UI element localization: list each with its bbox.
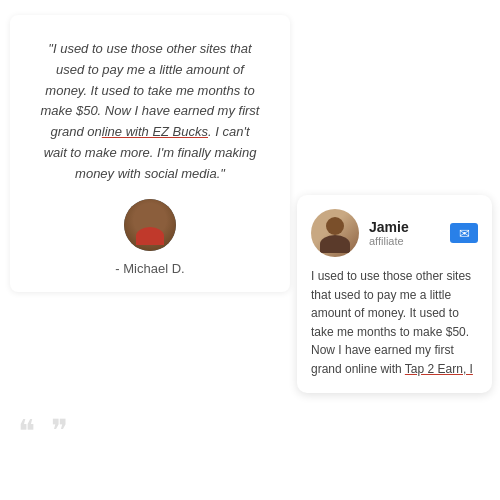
chat-user-info: Jamie affiliate (369, 219, 440, 247)
chat-tap2earn-link[interactable]: Tap 2 Earn, I (405, 362, 473, 376)
mail-icon[interactable] (450, 223, 478, 243)
testimonial-card: "I used to use those other sites that us… (10, 15, 290, 292)
chat-avatar (311, 209, 359, 257)
chat-card: Jamie affiliate I used to use those othe… (297, 195, 492, 393)
chat-username: Jamie (369, 219, 440, 235)
main-container: "I used to use those other sites that us… (0, 0, 500, 500)
chat-message: I used to use those other sites that use… (311, 267, 478, 379)
chat-message-start: I used to use those other sites that use… (311, 269, 471, 376)
testimonial-link: line with EZ Bucks (102, 124, 208, 139)
deco-quotes: ❝ ❞ (18, 412, 72, 450)
chat-role: affiliate (369, 235, 440, 247)
avatar (124, 199, 176, 251)
testimonial-text: "I used to use those other sites that us… (40, 39, 260, 185)
avatar-figure (124, 199, 176, 251)
testimonial-author: - Michael D. (40, 261, 260, 276)
chat-header: Jamie affiliate (311, 209, 478, 257)
